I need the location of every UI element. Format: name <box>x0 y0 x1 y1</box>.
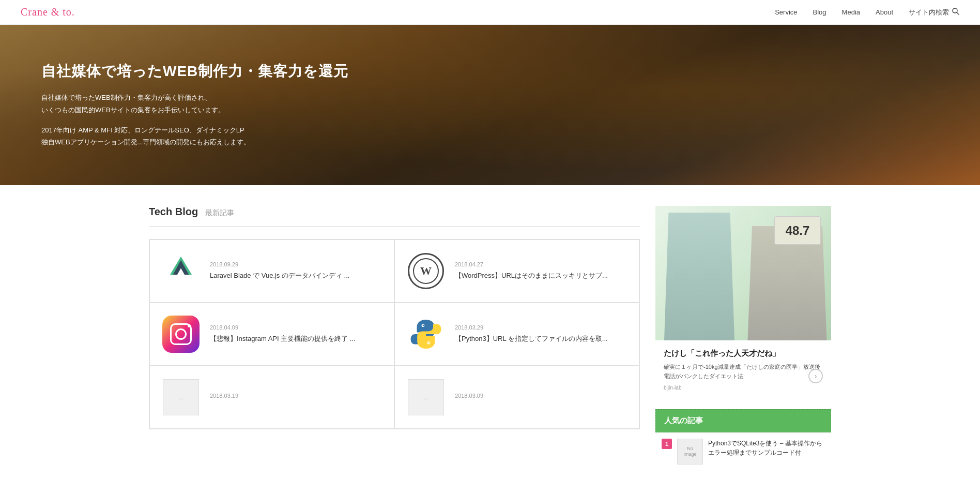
search-label: サイト内検索 <box>909 8 949 17</box>
blog-info: 2018.04.27 【WordPress】URLはそのままにスッキリとサブ..… <box>455 261 629 281</box>
blog-info: 2018.09.29 Laravel Blade で Vue.js のデータバイ… <box>210 261 384 281</box>
ad-headline: たけし「これ作った人天才だね」 <box>664 349 823 358</box>
section-title: Tech Blog 最新記事 <box>149 206 640 218</box>
blog-thumb-vue <box>160 250 202 292</box>
blog-thumb-placeholder: ... <box>160 377 202 418</box>
svg-line-1 <box>957 12 959 14</box>
nav-blog[interactable]: Blog <box>813 8 826 16</box>
nav-media[interactable]: Media <box>842 8 860 16</box>
svg-point-5 <box>423 325 424 326</box>
nav-search[interactable]: サイト内検索 <box>909 8 959 17</box>
popular-header: 人気の記事 <box>655 409 831 432</box>
ad-source: bijin-lab <box>664 385 823 391</box>
main-container: Tech Blog 最新記事 2018.09.29 Laravel Blade … <box>128 185 852 479</box>
popular-title: Python3でSQLite3を使う – 基本操作からエラー処理までサンプルコー… <box>708 439 825 457</box>
ad-body: 確実に１ヶ月で-10kg減量達成「たけしの家庭の医学」放送後電話がパンクしたダイ… <box>664 363 823 381</box>
hero-sub: 2017年向け AMP & MFI 対応、ロングテールSEO、ダイナミックLP … <box>41 124 300 148</box>
blog-date: 2018.03.09 <box>455 393 629 399</box>
blog-grid: 2018.09.29 Laravel Blade で Vue.js のデータバイ… <box>149 239 640 429</box>
blog-thumb-wp: W <box>405 250 447 292</box>
popular-rank: 1 <box>662 439 672 449</box>
blog-card[interactable]: ... 2018.03.19 <box>149 366 394 429</box>
blog-date: 2018.04.27 <box>455 261 629 267</box>
ad-text-area: たけし「これ作った人天才だね」 確実に１ヶ月で-10kg減量達成「たけしの家庭の… <box>655 340 831 399</box>
nav-about[interactable]: About <box>876 8 893 16</box>
hero-content: 自社媒体で培ったWEB制作力・集客力を還元 自社媒体で培ったWEB制作力・集客力… <box>0 62 390 148</box>
blog-title: 【Python3】URL を指定してファイルの内容を取... <box>455 334 629 345</box>
content-area: Tech Blog 最新記事 2018.09.29 Laravel Blade … <box>149 206 640 471</box>
ad-box: i ✕ 48.7 たけし「これ作った人天才だね」 確実に１ヶ月で-10kg減量達… <box>655 206 831 399</box>
sidebar: i ✕ 48.7 たけし「これ作った人天才だね」 確実に１ヶ月で-10kg減量達… <box>655 206 831 471</box>
nav-service[interactable]: Service <box>775 8 797 16</box>
blog-title: 【WordPress】URLはそのままにスッキリとサブ... <box>455 271 629 281</box>
blog-thumb-python <box>405 313 447 355</box>
blog-card[interactable]: 2018.04.09 【悲報】Instagram API 主要機能の提供を終了 … <box>149 303 394 366</box>
blog-card[interactable]: 2018.03.29 【Python3】URL を指定してファイルの内容を取..… <box>394 303 639 366</box>
hero-section: 自社媒体で培ったWEB制作力・集客力を還元 自社媒体で培ったWEB制作力・集客力… <box>0 25 980 185</box>
ad-image-area: 48.7 <box>655 206 831 340</box>
ad-scale-display: 48.7 <box>774 216 821 245</box>
hero-title: 自社媒体で培ったWEB制作力・集客力を還元 <box>41 62 348 81</box>
blog-card[interactable]: 2018.09.29 Laravel Blade で Vue.js のデータバイ… <box>149 240 394 303</box>
blog-title: 【悲報】Instagram API 主要機能の提供を終了 ... <box>210 334 384 345</box>
header: Crane & to. Service Blog Media About サイト… <box>0 0 980 25</box>
blog-card[interactable]: W 2018.04.27 【WordPress】URLはそのままにスッキリとサブ… <box>394 240 639 303</box>
blog-date: 2018.04.09 <box>210 324 384 331</box>
ad-next-button[interactable]: › <box>808 369 823 383</box>
section-divider <box>149 226 640 227</box>
blog-date: 2018.03.19 <box>210 393 384 399</box>
blog-date: 2018.09.29 <box>210 261 384 267</box>
logo[interactable]: Crane & to. <box>21 6 75 18</box>
popular-thumb: NoImage <box>677 439 703 465</box>
blog-info: 2018.03.09 <box>455 393 629 402</box>
blog-title: Laravel Blade で Vue.js のデータバインディ ... <box>210 271 384 281</box>
hero-desc: 自社媒体で培ったWEB制作力・集客力が高く評価され、 いくつもの国民的WEBサイ… <box>41 92 300 116</box>
blog-info: 2018.04.09 【悲報】Instagram API 主要機能の提供を終了 … <box>210 324 384 345</box>
blog-info: 2018.03.19 <box>210 393 384 402</box>
blog-date: 2018.03.29 <box>455 324 629 331</box>
nav: Service Blog Media About サイト内検索 <box>775 8 959 17</box>
search-icon[interactable] <box>952 8 959 17</box>
blog-info: 2018.03.29 【Python3】URL を指定してファイルの内容を取..… <box>455 324 629 345</box>
blog-card[interactable]: ... 2018.03.09 <box>394 366 639 429</box>
popular-item[interactable]: 1 NoImage Python3でSQLite3を使う – 基本操作からエラー… <box>655 432 831 471</box>
svg-point-7 <box>428 342 430 343</box>
blog-thumb-placeholder2: ... <box>405 377 447 418</box>
blog-thumb-instagram <box>160 313 202 355</box>
